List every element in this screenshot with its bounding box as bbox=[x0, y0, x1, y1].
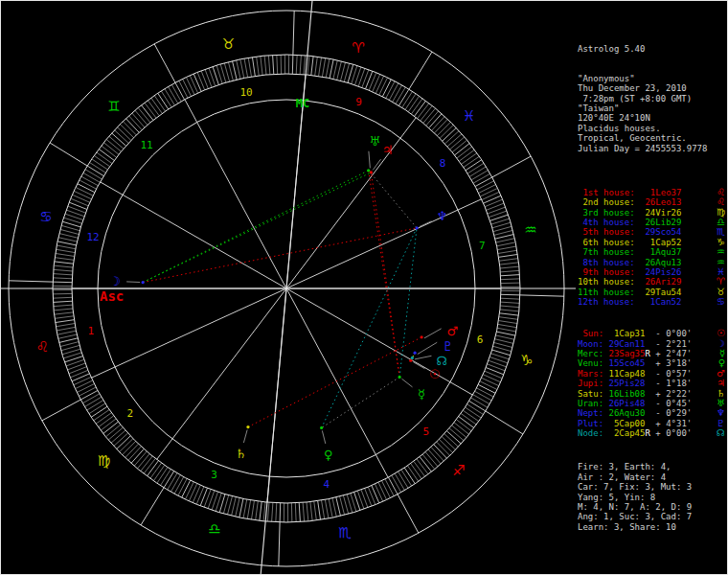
venus-position-dot bbox=[320, 426, 323, 429]
aspect-moon-neptune bbox=[143, 228, 417, 283]
house-label: 11th house: bbox=[578, 288, 645, 297]
header-line-5: 120°40E 24°10N bbox=[578, 113, 725, 123]
planet-label: Venu: bbox=[578, 358, 609, 368]
house-number-10: 10 bbox=[239, 86, 252, 99]
mercury-position-dot bbox=[398, 376, 401, 379]
planet-position-value: 25Pis28 bbox=[609, 379, 646, 388]
planet-position-value: 26Pis48 bbox=[609, 399, 646, 408]
house-row: 4th house: 26Lib29♎ bbox=[578, 218, 725, 227]
planet-speed: + 3°18' bbox=[650, 358, 692, 368]
moon-position-dot bbox=[142, 281, 145, 284]
house-cusp-value: 24Pis26 bbox=[645, 267, 681, 277]
aspect-mercury-uranus bbox=[369, 171, 400, 378]
mars-icon: ♂ bbox=[446, 324, 458, 338]
planet-position-value: 5Cap00 bbox=[609, 419, 646, 428]
aquarius-sign-icon: ♒ bbox=[524, 221, 536, 239]
jupiter-position-dot bbox=[370, 171, 373, 173]
jupiter-icon: ♃ bbox=[382, 143, 394, 157]
planet-position-value: 1Cap31 bbox=[609, 329, 646, 338]
aspect-mercury-venus bbox=[322, 377, 400, 427]
house-cusp-value: 24Vir26 bbox=[645, 208, 681, 218]
house-row: 7th house: 1Aqu37♒ bbox=[578, 247, 725, 257]
mars-position-dot bbox=[421, 335, 423, 338]
house-cusp-value: 1Cap52 bbox=[645, 238, 681, 247]
planet-speed: + 4°31' bbox=[650, 419, 692, 428]
natal-chart-wheel: ♈♉♊♋♌♍♎♏♐♑♒♓123456789101112♄♀☿☉☊♇♂♆♃♅☽As… bbox=[1, 1, 576, 575]
house-cusp-value: 26Ari29 bbox=[645, 277, 681, 287]
stat-line-7: Learn: 3, Share: 10 bbox=[578, 522, 725, 532]
planet-label: Mars: bbox=[578, 369, 609, 379]
planet-position-value: 23Sag35 bbox=[609, 349, 646, 358]
house-row: 11th house: 29Tau54♉ bbox=[578, 288, 725, 297]
pisces-sign-icon: ♓ bbox=[463, 107, 475, 125]
planet-speed: + 2°47' bbox=[650, 349, 692, 358]
house-row: 2nd house: 26Leo13♌ bbox=[578, 197, 725, 207]
info-panel: Astrolog 5.40 "Anonymous"Thu December 23… bbox=[578, 4, 725, 552]
header-line-2: Thu December 23, 2010 bbox=[578, 83, 725, 93]
planet-speed: + 0°00' bbox=[650, 428, 692, 438]
house-label: 6th house: bbox=[578, 238, 645, 247]
stat-line-1: Fire: 3, Earth: 4, bbox=[578, 462, 725, 472]
house-cusp-value: 1Can52 bbox=[645, 297, 681, 307]
planet-position-value: 26Aqu30 bbox=[609, 408, 646, 418]
house-cusp-value: 26Lib29 bbox=[645, 218, 681, 227]
scorpio-sign-icon: ♏ bbox=[338, 524, 352, 541]
astrolog-window: ♈♉♊♋♌♍♎♏♐♑♒♓123456789101112♄♀☿☉☊♇♂♆♃♅☽As… bbox=[0, 0, 728, 575]
planet-speed: - 2°21' bbox=[650, 339, 692, 349]
house-label: 2nd house: bbox=[578, 197, 645, 207]
planet-row: Venu: 15Sco45 + 3°18'♀ bbox=[578, 358, 725, 368]
venus-icon: ♀ bbox=[324, 448, 333, 462]
planet-position-value: 16Lib08 bbox=[609, 389, 646, 399]
planet-row: Sun: 1Cap31 - 0°00'☉ bbox=[578, 329, 725, 338]
pluto-icon: ♇ bbox=[443, 339, 454, 354]
house-cusp-value: 26Aqu13 bbox=[645, 258, 681, 267]
sagittarius-sign-icon: ♐ bbox=[452, 462, 465, 479]
planet-row: Node: 2Cap45R + 0°00'☊ bbox=[578, 428, 725, 438]
house-label: 7th house: bbox=[578, 247, 645, 257]
house-label: 4th house: bbox=[578, 218, 645, 227]
neptune-icon: ♆ bbox=[437, 209, 448, 223]
aspect-mercury-neptune bbox=[399, 228, 417, 378]
planet-label: Node: bbox=[578, 428, 609, 438]
planet-speed: - 0°45' bbox=[650, 399, 692, 408]
house-row: 6th house: 1Cap52♑ bbox=[578, 238, 725, 247]
node-icon: ☊ bbox=[717, 428, 725, 438]
planet-position-value: 2Cap45 bbox=[609, 428, 646, 438]
planet-label: Uran: bbox=[578, 399, 609, 408]
planet-speed: + 2°22' bbox=[650, 389, 692, 399]
house-number-2: 2 bbox=[127, 407, 134, 420]
planet-label: Plut: bbox=[578, 419, 609, 428]
gemini-sign-icon: ♊ bbox=[107, 98, 120, 115]
planet-positions-table: Sun: 1Cap31 - 0°00'☉Moon: 29Can11 - 2°21… bbox=[578, 329, 725, 438]
header-line-1: "Anonymous" bbox=[578, 74, 725, 83]
planet-label: Satu: bbox=[578, 389, 609, 399]
aries-sign-icon: ♈ bbox=[352, 39, 364, 57]
house-label: 1st house: bbox=[578, 188, 645, 197]
planet-label: Nept: bbox=[578, 408, 609, 418]
house-label: 3rd house: bbox=[578, 208, 645, 218]
planet-label: Sun: bbox=[578, 329, 609, 338]
house-row: 3rd house: 24Vir26♍ bbox=[578, 208, 725, 218]
chart-info-header: Astrolog 5.40 "Anonymous"Thu December 23… bbox=[578, 24, 725, 153]
taurus-sign-icon: ♉ bbox=[222, 35, 235, 53]
aspect-lines bbox=[143, 171, 421, 428]
neptune-position-dot bbox=[415, 226, 418, 229]
aspect-moon-uranus bbox=[143, 171, 369, 283]
house-row: 5th house: 29Sco54♏ bbox=[578, 227, 725, 237]
planet-speed: - 0°00' bbox=[650, 329, 692, 338]
house-label: 12th house: bbox=[578, 297, 645, 307]
aquarius-sign-icon: ♒ bbox=[717, 247, 725, 257]
planet-speed: - 0°57' bbox=[650, 369, 692, 379]
moon-icon: ☽ bbox=[109, 274, 121, 288]
house-number-1: 1 bbox=[87, 325, 94, 337]
pluto-position-dot bbox=[414, 352, 417, 355]
header-line-4: "Taiwan" bbox=[578, 104, 725, 113]
aspect-uranus-neptune bbox=[369, 171, 417, 228]
house-cusps-table: 1st house: 1Leo37♌ 2nd house: 26Leo13♌ 3… bbox=[578, 188, 725, 308]
planet-label: Moon: bbox=[578, 339, 609, 349]
house-number-8: 8 bbox=[440, 157, 446, 170]
stat-line-3: Car: 7, Fix: 3, Mut: 3 bbox=[578, 482, 725, 492]
house-label: 5th house: bbox=[578, 227, 645, 237]
planet-row: Moon: 29Can11 - 2°21'☽ bbox=[578, 339, 725, 349]
house-number-12: 12 bbox=[86, 231, 99, 243]
